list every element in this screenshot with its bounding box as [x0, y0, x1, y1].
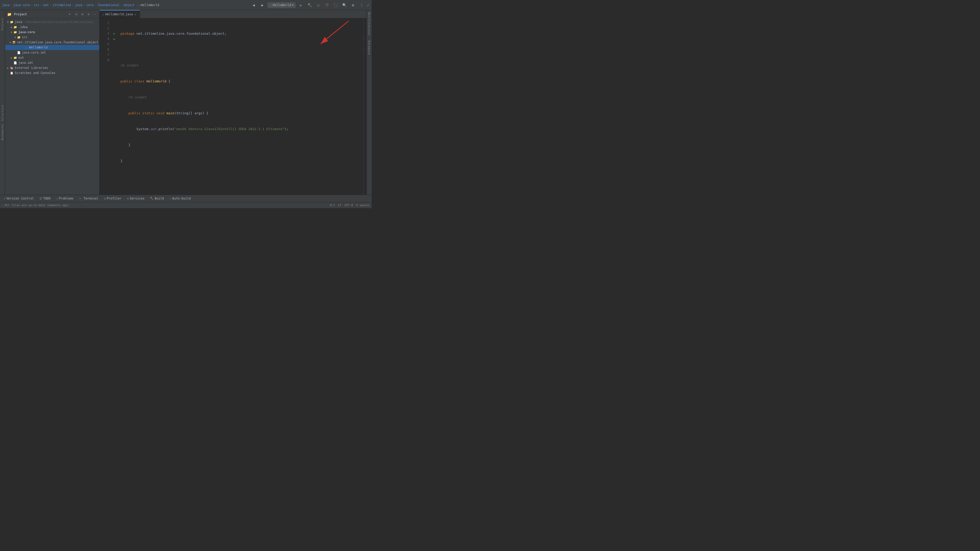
settings-button[interactable]: ⚙ [349, 2, 356, 9]
breadcrumb-helloworld: ☕HelloWorld [138, 3, 159, 7]
tree-item-java-core[interactable]: ▼ 📁 java-core [5, 30, 99, 35]
tree-label-package: net.ittimeline.java.core.foundational.ob… [17, 41, 98, 44]
bottom-tab-build-label: Build [155, 197, 164, 200]
editor-tab-helloworld[interactable]: ☕ HelloWorld.java ✕ [100, 10, 140, 18]
code-view[interactable]: package net.ittimeline.java.core.foundat… [118, 18, 363, 195]
tree-item-package[interactable]: ▼ 📦 net.ittimeline.java.core.foundationa… [5, 40, 99, 45]
run-button[interactable]: ▶ [298, 2, 304, 9]
run-config-label: HelloWorld [272, 3, 291, 7]
bottom-tab-auto-build[interactable]: ⚡ Auto-build [167, 195, 193, 202]
project-tree: ▼ 📁 java ~/Documents/projects/java/ittim… [5, 18, 99, 195]
java-path: ~/Documents/projects/java/ittimeline/jav… [24, 21, 93, 24]
tree-item-idea[interactable]: ▶ 📁 .idea [5, 24, 99, 30]
expand-all-button[interactable]: ⊞ [80, 12, 85, 17]
build-tab-icon: 🔨 [150, 197, 154, 200]
project-close-button[interactable]: — [92, 12, 97, 17]
profiler-icon: ◷ [104, 197, 106, 200]
terminal-icon: >_ [79, 197, 83, 200]
line-separator[interactable]: LF [338, 203, 342, 207]
tree-item-ext-libs[interactable]: ▶ 📚 External Libraries [5, 65, 99, 70]
search-button[interactable]: 🔍 [341, 2, 348, 9]
java-iml-icon: 📄 [13, 61, 18, 65]
tree-item-java-iml[interactable]: ▶ 📄 java.iml [5, 60, 99, 65]
line-num-8: 8 [100, 58, 109, 63]
bottom-tab-todo-label: TODO [43, 197, 51, 200]
status-message-text: All files are up-to-date (moments ago) [5, 203, 69, 207]
run-class-button[interactable]: ▶ [112, 31, 116, 37]
bottom-tab-auto-build-label: Auto-build [172, 197, 191, 200]
structure-strip-label[interactable]: Structure [0, 103, 4, 122]
breadcrumb-java2[interactable]: java [75, 3, 83, 7]
collapse-all-button[interactable]: ⊟ [74, 12, 79, 17]
database-label[interactable]: Database [368, 41, 371, 55]
fold-mark-6: — [364, 47, 366, 52]
bookmarks-strip-label[interactable]: Bookmarks [0, 122, 4, 141]
run-config-selector[interactable]: ☕ HelloWorld ▼ [267, 2, 296, 8]
breadcrumb-foundational[interactable]: foundational [97, 3, 120, 7]
auto-build-icon: ⚡ [169, 197, 171, 200]
bottom-tab-version-control[interactable]: ↕ Version Control [1, 195, 37, 202]
project-settings-button[interactable]: ⚙ [86, 12, 91, 17]
bottom-tab-terminal-label: Terminal [84, 197, 99, 200]
stop-button[interactable]: ⬛ [332, 2, 339, 9]
navigate-forward-button[interactable]: ▶ [259, 2, 266, 9]
more-button[interactable]: ⋮ [358, 2, 365, 9]
fold-arrow-4[interactable]: — [364, 36, 366, 41]
project-strip-label[interactable]: Project [0, 16, 4, 32]
bottom-tab-services[interactable]: ⚙ Services [124, 195, 147, 202]
run-main-button[interactable]: ▶ [112, 36, 116, 41]
tab-close-button[interactable]: ✕ [134, 13, 137, 16]
project-panel: 📁 Project ▼ ⊟ ⊞ ⚙ — ▼ 📁 java ~/Documents… [5, 10, 100, 195]
bottom-tab-todo[interactable]: ☰ TODO [37, 195, 53, 202]
line-numbers: 1 2 3 4 5 6 7 8 [100, 18, 112, 195]
left-panel-strip: Project Structure Bookmarks [0, 10, 5, 195]
tree-item-java-core-iml[interactable]: ▶ 📄 java-core.iml [5, 50, 99, 55]
tree-label-helloworld: HelloWorld [29, 46, 48, 49]
run-config-dropdown-icon: ▼ [292, 4, 293, 6]
java-folder-icon: 📁 [10, 20, 14, 24]
bottom-tab-terminal[interactable]: >_ Terminal [76, 195, 101, 202]
breadcrumb-java[interactable]: java [2, 3, 10, 7]
tree-item-scratches[interactable]: ▶ 📋 Scratches and Consoles [5, 70, 99, 76]
package-icon: 📦 [12, 40, 16, 44]
breadcrumb-java-core[interactable]: java-core [13, 3, 30, 7]
code-line-4: public static void main(String[] args) { [119, 111, 363, 116]
tree-label-scratches: Scratches and Consoles [15, 71, 56, 75]
breadcrumb-ittimeline[interactable]: ittimeline [52, 3, 71, 7]
bottom-tab-build[interactable]: 🔨 Build [148, 195, 166, 202]
bottom-tab-version-control-label: Version Control [6, 197, 34, 200]
notifications-label[interactable]: Notifications [368, 10, 371, 35]
tab-java-icon: ☕ [103, 13, 104, 16]
editor-content[interactable]: 1 2 3 4 5 6 7 8 ▶ ▶ pa [100, 18, 366, 195]
project-title-dropdown[interactable]: ▼ [69, 13, 70, 16]
project-panel-header: 📁 Project ▼ ⊟ ⊞ ⚙ — [5, 10, 99, 18]
right-panel-strip: Notifications Database [366, 10, 372, 195]
tab-label-helloworld: HelloWorld.java [105, 13, 133, 16]
breadcrumb-core[interactable]: core [86, 3, 94, 7]
tree-label-idea: .idea [18, 25, 27, 29]
tree-item-helloworld[interactable]: ▶ ☕ HelloWorld [5, 45, 99, 50]
cursor-position[interactable]: 8:1 [330, 203, 335, 207]
navigate-back-button[interactable]: ◀ [250, 2, 257, 9]
editor-area: ☕ HelloWorld.java ✕ 1 2 3 4 [100, 10, 366, 195]
breadcrumb-net[interactable]: net [43, 3, 49, 7]
bottom-tab-profiler[interactable]: ◷ Profiler [101, 195, 124, 202]
line-num-6: 6 [100, 47, 109, 52]
tree-item-java[interactable]: ▼ 📁 java ~/Documents/projects/java/ittim… [5, 19, 99, 24]
profile-button[interactable]: ⏱ [323, 2, 331, 9]
coverage-button[interactable]: ◎ [315, 2, 322, 9]
project-header-icons: ⊟ ⊞ ⚙ — [74, 12, 97, 17]
build-button[interactable]: 🔨 [306, 2, 313, 9]
tree-item-out[interactable]: ▶ 📁 out [5, 55, 99, 60]
toolbar-right: ◀ ▶ ☕ HelloWorld ▼ ▶ 🔨 ◎ ⏱ ⬛ 🔍 ⚙ ⋮ ✓ [250, 2, 369, 9]
breadcrumb-src[interactable]: src [34, 3, 39, 7]
breadcrumb-object[interactable]: object [124, 3, 135, 7]
tree-item-src[interactable]: ▼ 📁 src [5, 35, 99, 40]
java-core-folder-icon: 📁 [13, 30, 18, 34]
src-folder-icon: 📁 [17, 35, 21, 39]
encoding[interactable]: UTF-8 [345, 203, 353, 207]
editor-tabs: ☕ HelloWorld.java ✕ [100, 10, 366, 18]
indent-info[interactable]: 4 spaces [356, 203, 369, 207]
project-panel-title: Project [14, 13, 67, 16]
bottom-tab-problems[interactable]: ⚠ Problems [54, 195, 76, 202]
